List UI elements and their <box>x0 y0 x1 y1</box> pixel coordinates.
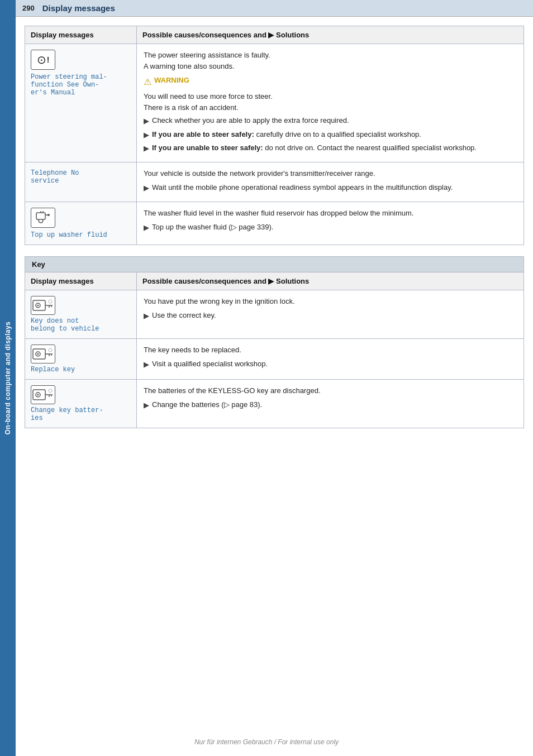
cell-content-replace-key: The key needs to be replaced. ▶ Visit a … <box>137 339 524 379</box>
cell-display-power-steering: ⊙ ! Power steering mal-function See Own-… <box>25 44 137 162</box>
svg-point-11 <box>49 300 52 303</box>
replace-key-icon <box>31 344 55 363</box>
warning-label: WARNING <box>154 75 189 86</box>
svg-point-21 <box>37 394 39 395</box>
bullet-item: ▶ Check whether you are able to apply th… <box>144 115 517 127</box>
cell-content-power-steering: The power steering assistance is faulty.… <box>137 44 524 162</box>
page-number: 290 <box>22 4 35 12</box>
bullet-item: ▶ If you are able to steer safely: caref… <box>144 129 517 141</box>
key-table-header: Display messages Possible causes/consequ… <box>25 272 524 290</box>
key-col1-header: Display messages <box>25 272 137 290</box>
svg-rect-5 <box>33 300 45 310</box>
footer-text: Nur für internen Gebrauch / For internal… <box>194 738 339 746</box>
svg-rect-0 <box>36 213 45 219</box>
svg-point-18 <box>49 348 52 352</box>
bullet-arrow-icon: ▶ <box>144 116 149 127</box>
bullet-arrow-icon: ▶ <box>144 222 149 233</box>
main-content: 290 Display messages Display messages Po… <box>16 0 533 428</box>
cell-display-change-key-batteries: Change key batter-ies <box>25 380 137 428</box>
bullet-arrow-icon: ▶ <box>144 359 149 370</box>
page-header: 290 Display messages <box>16 0 533 17</box>
bullet-item: ▶ Top up the washer fluid (▷ page 339). <box>144 222 517 233</box>
svg-point-25 <box>49 389 52 393</box>
telephone-label: Telephone Noservice <box>31 169 131 185</box>
cell-display-replace-key: Replace key <box>25 339 137 379</box>
page-title: Display messages <box>42 3 115 13</box>
table-row: Top up washer fluid The washer fluid lev… <box>25 202 524 245</box>
table-header-row: Display messages Possible causes/consequ… <box>25 26 524 44</box>
bullet-item: ▶ If you are unable to steer safely: do … <box>144 142 517 154</box>
svg-point-7 <box>37 304 39 306</box>
warning-icon: ⚠ <box>144 75 151 89</box>
table-row: ⊙ ! Power steering mal-function See Own-… <box>25 44 524 162</box>
change-batteries-label: Change key batter-ies <box>31 406 131 422</box>
power-steering-icon: ⊙ ! <box>31 50 55 70</box>
bullet-item: ▶ Use the correct key. <box>144 310 517 322</box>
bullet-arrow-icon: ▶ <box>144 143 149 154</box>
main-table: Display messages Possible causes/consequ… <box>25 26 524 245</box>
sidebar-label: On-board computer and displays <box>4 321 12 434</box>
table-row: Change key batter-ies The batteries of t… <box>25 380 524 428</box>
cell-display-washer: Top up washer fluid <box>25 202 137 245</box>
bullet-item: ▶ Visit a qualified specialist workshop. <box>144 358 517 370</box>
sidebar: On-board computer and displays <box>0 0 16 756</box>
col1-header: Display messages <box>25 26 137 44</box>
cell-display-key-not-belong: Key does notbelong to vehicle <box>25 290 137 338</box>
washer-icon <box>31 208 55 228</box>
col2-header-text: Possible causes/consequences and ▶ Solut… <box>142 31 309 39</box>
washer-label: Top up washer fluid <box>31 231 131 239</box>
svg-rect-19 <box>33 390 45 400</box>
svg-rect-12 <box>33 349 45 359</box>
bullet-item: ▶ Wait until the mobile phone operationa… <box>144 182 517 194</box>
bullet-arrow-icon: ▶ <box>144 130 149 141</box>
footer: Nur für internen Gebrauch / For internal… <box>0 738 533 746</box>
cell-content-washer: The washer fluid level in the washer flu… <box>137 202 524 245</box>
cell-content-telephone: Your vehicle is outside the network prov… <box>137 162 524 202</box>
table-row: Telephone Noservice Your vehicle is outs… <box>25 162 524 202</box>
cell-display-telephone: Telephone Noservice <box>25 162 137 202</box>
key-not-belong-icon <box>31 296 55 315</box>
key-not-belong-label: Key does notbelong to vehicle <box>31 317 131 333</box>
bullet-item: ▶ Change the batteries (▷ page 83). <box>144 399 517 411</box>
key-table: Display messages Possible causes/consequ… <box>25 272 524 428</box>
cell-content-key-not-belong: You have put the wrong key in the igniti… <box>137 290 524 338</box>
col2-header: Possible causes/consequences and ▶ Solut… <box>137 26 524 44</box>
key-section-label: Key <box>25 256 524 272</box>
svg-point-2 <box>47 214 50 216</box>
change-key-batteries-icon <box>31 385 55 404</box>
power-steering-label: Power steering mal-function See Own-er's… <box>31 73 131 97</box>
table-row: Replace key The key needs to be replaced… <box>25 339 524 380</box>
bullet-arrow-icon: ▶ <box>144 400 149 411</box>
bullet-arrow-icon: ▶ <box>144 310 149 322</box>
bullet-arrow-icon: ▶ <box>144 183 149 194</box>
key-col2-header: Possible causes/consequences and ▶ Solut… <box>137 272 524 290</box>
svg-point-14 <box>37 353 39 355</box>
warning-block: ⚠ WARNING <box>144 75 517 89</box>
replace-key-label: Replace key <box>31 366 131 374</box>
table-row: Key does notbelong to vehicle You have p… <box>25 290 524 339</box>
cell-content-change-batteries: The batteries of the KEYLESS-GO key are … <box>137 380 524 428</box>
